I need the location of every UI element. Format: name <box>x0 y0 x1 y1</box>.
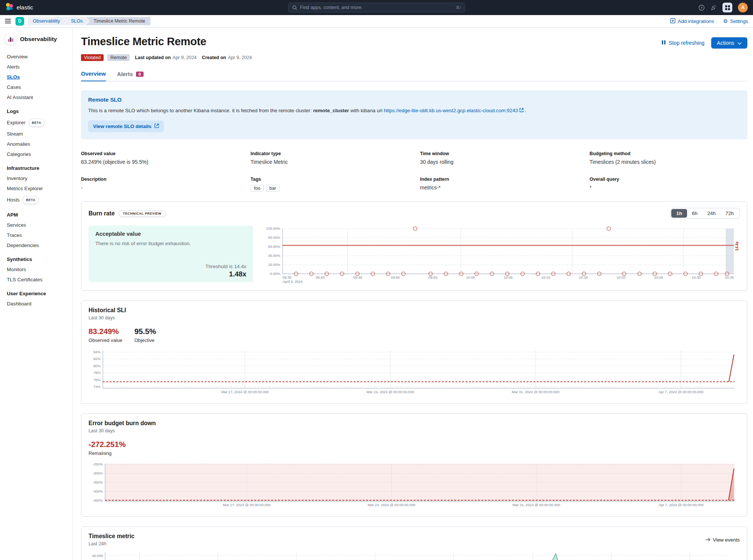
svg-text:10:10: 10:10 <box>541 275 550 279</box>
svg-text:09:50: 09:50 <box>391 275 400 279</box>
svg-text:10:15: 10:15 <box>579 275 588 279</box>
svg-text:76%: 76% <box>93 378 101 382</box>
arrow-right-icon <box>706 537 710 543</box>
svg-text:80.00%: 80.00% <box>268 235 281 240</box>
add-integrations-icon <box>670 18 675 24</box>
observed-value-stat: 83.249% Observed value <box>89 327 122 343</box>
kibana-url-link[interactable]: https://edge-lite-oblt.kb.us-west2.gcp.e… <box>384 108 518 113</box>
beta-badge: BETA <box>23 196 39 204</box>
svg-text:Mar 24, 2024 @ 00:00:00.000: Mar 24, 2024 @ 00:00:00.000 <box>368 503 415 507</box>
menu-icon[interactable] <box>5 18 11 24</box>
svg-text:Mar 31, 2024 @ 00:00:00.000: Mar 31, 2024 @ 00:00:00.000 <box>512 390 559 394</box>
definition-time-window: Time window30 days rolling <box>420 151 590 165</box>
user-avatar[interactable]: A <box>738 3 748 12</box>
definition-indicator-type: Indicator typeTimeslice Metric <box>250 151 420 165</box>
sidebar-item-explorer[interactable]: ExplorerBETA <box>7 119 69 127</box>
tab-overview[interactable]: Overview <box>81 71 106 81</box>
sidebar-item-slos[interactable]: SLOs <box>7 74 69 80</box>
definition-grid: Observed value83.249% (objective is 95.5… <box>81 151 747 192</box>
sidebar-item-monitors[interactable]: Monitors <box>7 267 69 273</box>
actions-button[interactable]: Actions <box>711 37 747 49</box>
burn-rate-panel: Burn rate TECHNICAL PREVIEW 1h6h24h72h A… <box>81 201 747 291</box>
sidebar: Observability OverviewAlertsSLOsCasesAI … <box>0 27 73 560</box>
tag-chip-foo: foo <box>250 185 264 192</box>
sidebar-item-categories[interactable]: Categories <box>7 151 69 157</box>
observability-app-icon <box>5 34 16 45</box>
svg-text:Mar 17, 2024 @ 00:00:00.000: Mar 17, 2024 @ 00:00:00.000 <box>223 503 270 507</box>
sidebar-item-alerts[interactable]: Alerts <box>7 64 69 70</box>
range-button-72h[interactable]: 72h <box>721 209 739 218</box>
svg-text:-450%: -450% <box>93 498 103 502</box>
view-remote-slo-button[interactable]: View remote SLO details <box>88 121 164 132</box>
burn-rate-range-group: 1h6h24h72h <box>670 208 740 219</box>
sidebar-nav: OverviewAlertsSLOsCasesAI AssistantLogsE… <box>0 45 72 307</box>
global-header: elastic ⌘/ ? A <box>0 0 753 15</box>
sidebar-item-ai-assistant[interactable]: AI Assistant <box>7 95 69 101</box>
technical-preview-badge: TECHNICAL PREVIEW <box>119 210 165 217</box>
breadcrumb-item-timeslice-metric-remote: Timeslice Metric Remote <box>86 17 151 25</box>
last-updated: Last updated onApr 9, 2024 <box>135 55 197 60</box>
svg-text:10:35: 10:35 <box>725 275 734 279</box>
search-icon <box>292 5 297 10</box>
settings-link[interactable]: ⚙ Settings <box>723 18 748 24</box>
sidebar-item-dashboard[interactable]: Dashboard <box>7 301 69 307</box>
remote-cluster-name: remote_cluster <box>313 108 349 113</box>
newsfeed-icon[interactable] <box>710 5 717 11</box>
sidebar-item-dependencies[interactable]: Dependencies <box>7 243 69 249</box>
sidebar-item-hosts[interactable]: HostsBETA <box>7 196 69 204</box>
svg-text:Apr 7, 2024 @ 00:00:00.000: Apr 7, 2024 @ 00:00:00.000 <box>658 503 704 507</box>
svg-text:20.00%: 20.00% <box>268 262 281 267</box>
svg-text:10:25: 10:25 <box>654 275 663 279</box>
callout-text: This is a remote SLO which belongs to an… <box>88 107 740 114</box>
svg-text:40.00%: 40.00% <box>268 253 281 258</box>
sidebar-section-synthetics: Synthetics <box>7 256 69 262</box>
tab-alerts[interactable]: Alerts0 <box>117 71 144 81</box>
sidebar-item-metrics-explorer[interactable]: Metrics Explorer <box>7 186 69 192</box>
sidebar-item-services[interactable]: Services <box>7 222 69 228</box>
burn-rate-chart: 100.00%80.00%60.00%40.00%20.00%0.00%09:3… <box>263 226 740 285</box>
svg-text:82%: 82% <box>93 357 101 361</box>
objective-stat: 95.5% Objective <box>134 327 156 343</box>
space-avatar[interactable]: D <box>15 17 24 26</box>
range-button-1h[interactable]: 1h <box>671 209 687 218</box>
definition-index-pattern: Index patternmetrics-* <box>420 177 590 192</box>
apps-menu-icon[interactable] <box>722 3 732 12</box>
add-integrations-link[interactable]: Add integrations <box>670 18 714 24</box>
sidebar-item-inventory[interactable]: Inventory <box>7 175 69 182</box>
historical-sli-chart: 84%82%80%78%76%74%Mar 17, 2024 @ 00:00:0… <box>89 348 740 398</box>
svg-text:09:55: 09:55 <box>428 275 437 279</box>
range-button-6h[interactable]: 6h <box>687 209 703 218</box>
definition-overall-query: Overall query* <box>590 177 747 192</box>
global-search[interactable]: ⌘/ <box>288 3 465 12</box>
help-icon[interactable]: ? <box>698 5 705 11</box>
sidebar-item-traces[interactable]: Traces <box>7 232 69 238</box>
sidebar-item-anomalies[interactable]: Anomalies <box>7 141 69 147</box>
sidebar-item-tls-certificates[interactable]: TLS Certificates <box>7 277 69 283</box>
pause-icon <box>661 40 666 46</box>
burn-rate-threshold-label: Threshold is 14.4x <box>205 264 246 269</box>
svg-text:45.000: 45.000 <box>92 554 103 558</box>
timeslice-metric-panel: Timeslice metric Last 24h View events 45… <box>81 526 747 560</box>
stop-refreshing-button[interactable]: Stop refreshing <box>661 40 704 46</box>
sidebar-item-overview[interactable]: Overview <box>7 54 69 60</box>
sidebar-item-cases[interactable]: Cases <box>7 84 69 90</box>
range-button-24h[interactable]: 24h <box>703 209 721 218</box>
sidebar-section-logs: Logs <box>7 108 69 114</box>
svg-text:-400%: -400% <box>93 489 103 493</box>
search-input[interactable] <box>300 5 456 10</box>
external-link-icon <box>154 124 159 129</box>
page-title: Timeslice Metric Remote <box>81 35 206 48</box>
svg-text:100.00%: 100.00% <box>266 226 280 230</box>
breadcrumb-item-slos[interactable]: SLOs <box>63 17 89 25</box>
breadcrumb: ObservabilitySLOsTimeslice Metric Remote <box>28 17 151 25</box>
view-events-link[interactable]: View events <box>706 537 740 543</box>
svg-text:10:00: 10:00 <box>466 275 475 279</box>
breadcrumb-item-observability[interactable]: Observability <box>28 17 67 25</box>
elastic-logo[interactable]: elastic <box>5 3 33 12</box>
svg-text:14.4x: 14.4x <box>735 241 739 251</box>
definition-observed-value: Observed value83.249% (objective is 95.5… <box>81 151 250 165</box>
svg-text:-250%: -250% <box>93 462 103 467</box>
acceptable-value-box: Acceptable value There is no risk of err… <box>89 226 253 282</box>
sidebar-item-stream[interactable]: Stream <box>7 131 69 137</box>
definition-description: Description- <box>81 177 250 192</box>
